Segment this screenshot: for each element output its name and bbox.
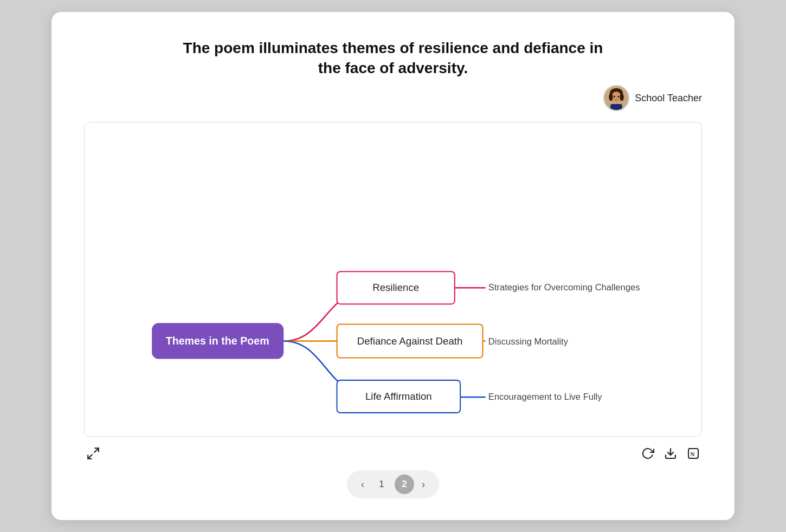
root-node-label: Themes in the Poem <box>166 335 269 347</box>
svg-point-3 <box>614 96 615 98</box>
svg-point-7 <box>620 93 624 101</box>
defiance-sublabel: Discussing Mortality <box>488 336 569 347</box>
life-affirmation-node-label: Life Affirmation <box>365 391 432 402</box>
prev-page-button[interactable]: ‹ <box>357 478 369 491</box>
refresh-icon[interactable] <box>641 447 654 463</box>
life-affirmation-sublabel: Encouragement to Live Fully <box>488 392 602 402</box>
next-page-button[interactable]: › <box>417 478 429 491</box>
teacher-name: School Teacher <box>635 93 702 104</box>
page-2-button[interactable]: 2 <box>395 475 414 494</box>
defiance-node-label: Defiance Against Death <box>357 335 463 347</box>
svg-text:N: N <box>691 451 695 457</box>
resilience-sublabel: Strategies for Overcoming Challenges <box>488 282 640 293</box>
main-card: The poem illuminates themes of resilienc… <box>51 12 735 521</box>
expand-icon[interactable] <box>86 446 100 464</box>
download-icon[interactable] <box>664 447 677 463</box>
page-1-button[interactable]: 1 <box>372 475 391 494</box>
svg-line-13 <box>88 455 92 459</box>
page-title: The poem illuminates themes of resilienc… <box>171 38 615 79</box>
resilience-node-label: Resilience <box>372 282 419 294</box>
svg-rect-5 <box>610 104 622 110</box>
teacher-row: School Teacher <box>603 85 702 111</box>
action-icons: N <box>641 447 700 463</box>
bottom-bar: N <box>84 446 702 464</box>
pagination: ‹ 1 2 › <box>347 470 439 498</box>
svg-point-6 <box>609 93 613 101</box>
avatar <box>603 85 629 111</box>
mindmap-container: Themes in the Poem Resilience Strategies… <box>84 122 702 437</box>
svg-line-12 <box>94 449 99 453</box>
svg-point-4 <box>618 96 620 98</box>
notion-icon[interactable]: N <box>687 447 700 463</box>
mindmap-svg: Themes in the Poem Resilience Strategies… <box>85 122 701 436</box>
svg-point-2 <box>611 92 621 102</box>
